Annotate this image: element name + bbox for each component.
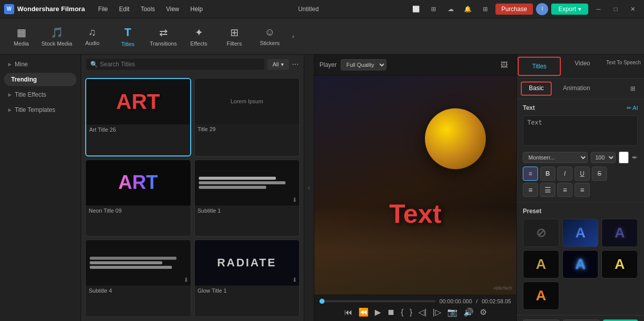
ai-edit-icon[interactable]: ✏ AI — [627, 105, 638, 111]
text-input[interactable]: Text — [523, 115, 638, 146]
tool-effects[interactable]: ✦ Effects — [182, 20, 216, 53]
snapshot-icon[interactable]: 🖼 — [497, 58, 511, 72]
menu-file[interactable]: File — [93, 4, 113, 15]
maximize-icon[interactable]: □ — [609, 2, 623, 16]
align-right-button[interactable]: ≡ — [557, 183, 573, 197]
prev-edit-button[interactable]: ◁| — [417, 306, 427, 318]
preset-gold[interactable]: A — [523, 250, 559, 278]
title-card-title29[interactable]: Lorem Ipsum Title 29 — [194, 78, 300, 156]
subtitle4-thumb: ⬇ — [86, 240, 191, 286]
align-buttons: ≡ ☰ ≡ ≡ — [523, 183, 638, 197]
title-card-subtitle4[interactable]: ⬇ Subtitle 4 — [85, 239, 191, 317]
tab-text-to-speech[interactable]: Text To Speech — [603, 55, 644, 78]
preview-canvas: Text AbleTech — [314, 75, 516, 295]
tool-stickers[interactable]: ☺ Stickers — [253, 20, 287, 53]
more-options-button[interactable]: ··· — [292, 60, 299, 69]
color-swatch[interactable] — [619, 151, 629, 164]
frame-back-button[interactable]: ⏪ — [357, 306, 370, 318]
right-panel-expand-icon[interactable]: ⊞ — [626, 82, 640, 96]
sub-tab-basic[interactable]: Basic — [521, 82, 552, 96]
settings-button[interactable]: ⚙ — [479, 306, 488, 318]
purchase-button[interactable]: Purchase — [495, 4, 533, 15]
collapse-button[interactable]: ‹ — [304, 55, 314, 321]
camera-button[interactable]: 📷 — [446, 306, 458, 318]
align-justify-button[interactable]: ≡ — [575, 183, 590, 197]
title-card-art26[interactable]: ART Art Title 26 — [85, 78, 191, 156]
app-title: Untitled — [298, 6, 319, 13]
sidebar-item-mine[interactable]: ▶ Mine — [0, 57, 81, 72]
preset-dark[interactable]: A — [601, 219, 638, 247]
avatar[interactable]: I — [536, 3, 548, 15]
format-bold-button[interactable]: B — [540, 167, 555, 181]
layers-icon[interactable]: ⊞ — [426, 2, 441, 16]
tool-stock-label: Stock Media — [42, 41, 73, 47]
mark-in-button[interactable]: { — [400, 307, 405, 318]
search-box[interactable]: 🔍 — [86, 59, 264, 70]
art26-name: Art Title 26 — [86, 125, 190, 135]
menu-edit[interactable]: Edit — [114, 4, 135, 15]
format-underline-button[interactable]: U — [575, 167, 590, 181]
sidebar-item-trending[interactable]: Trending — [4, 73, 77, 86]
logo-icon: W — [4, 4, 14, 14]
stop-button[interactable]: ⏹ — [386, 307, 396, 318]
total-time: 00:02:58.05 — [482, 298, 511, 304]
preset-blue[interactable]: A — [562, 219, 599, 247]
menu-view[interactable]: View — [161, 4, 184, 15]
grid-icon[interactable]: ⊞ — [478, 2, 492, 16]
tool-stock-media[interactable]: 🎵 Stock Media — [40, 20, 74, 53]
progress-bar[interactable] — [319, 300, 436, 302]
title-templates-label: Title Templates — [15, 106, 55, 113]
mark-out-button[interactable]: } — [409, 307, 413, 318]
audio-button[interactable]: 🔊 — [462, 306, 475, 318]
sub-tab-animation[interactable]: Animation — [555, 82, 598, 96]
app-logo: W Wondershare Filmora — [4, 4, 85, 14]
tool-media[interactable]: ▦ Media — [4, 20, 39, 53]
sidebar-item-title-templates[interactable]: ▶ Title Templates — [0, 102, 81, 117]
text-section: Text ✏ AI Text Montserr... Arial Times N… — [517, 99, 644, 203]
monitor-icon[interactable]: ⬜ — [409, 2, 423, 16]
preset-glow[interactable]: A — [562, 250, 599, 278]
format-buttons: ≡ B I U S — [523, 167, 638, 181]
tool-titles[interactable]: T Titles — [111, 20, 145, 53]
next-edit-button[interactable]: |▷ — [432, 306, 442, 318]
title-card-glowtitle1[interactable]: RADIATE ⬇ Glow Title 1 — [194, 239, 300, 317]
minimize-icon[interactable]: ─ — [591, 2, 605, 16]
toolbar-expand[interactable]: › — [288, 20, 298, 53]
filter-button[interactable]: All ▾ — [267, 59, 289, 70]
close-icon[interactable]: ✕ — [626, 2, 640, 16]
tool-media-label: Media — [14, 41, 29, 47]
font-select[interactable]: Montserr... Arial Times New Roman — [523, 152, 588, 163]
title-card-subtitle1[interactable]: ⬇ Subtitle 1 — [194, 159, 300, 237]
font-size-select[interactable]: 100 50 72 — [591, 152, 616, 163]
tool-audio[interactable]: ♫ Audio — [75, 20, 110, 53]
tool-filters[interactable]: ⊞ Filters — [217, 20, 252, 53]
quality-select[interactable]: Full Quality 1/2 Quality 1/4 Quality — [341, 59, 386, 70]
preset-yellow[interactable]: A — [601, 250, 638, 278]
search-input[interactable] — [100, 61, 260, 68]
glowtitle1-thumb: RADIATE ⬇ — [195, 240, 300, 286]
format-stats-button[interactable]: ≡ — [523, 167, 538, 181]
preset-none[interactable]: ⊘ — [523, 219, 559, 247]
format-strikethrough-button[interactable]: S — [592, 167, 607, 181]
play-button[interactable]: ▶ — [374, 306, 382, 318]
preset-fire[interactable]: A — [523, 282, 559, 310]
tab-titles[interactable]: Titles — [518, 57, 561, 76]
skip-back-button[interactable]: ⏮ — [343, 307, 353, 318]
bell-icon[interactable]: 🔔 — [461, 2, 475, 16]
title-card-neon09[interactable]: ART Neon Title 09 — [85, 159, 191, 237]
format-italic-button[interactable]: I — [557, 167, 573, 181]
stickers-icon: ☺ — [265, 26, 275, 38]
export-button[interactable]: Export ▾ — [551, 4, 588, 15]
cloud-icon[interactable]: ☁ — [444, 2, 458, 16]
menu-help[interactable]: Help — [185, 4, 208, 15]
eyedropper-button[interactable]: ✒ — [632, 153, 638, 162]
preview-area: Player Full Quality 1/2 Quality 1/4 Qual… — [314, 55, 516, 321]
left-panel: ▶ Mine Trending ▶ Title Effects ▶ Title … — [0, 55, 81, 321]
align-center-button[interactable]: ☰ — [540, 183, 555, 197]
titles-header: 🔍 All ▾ ··· — [81, 55, 304, 74]
tab-video[interactable]: Video — [562, 55, 603, 78]
sidebar-item-title-effects[interactable]: ▶ Title Effects — [0, 87, 81, 102]
tool-transitions[interactable]: ⇄ Transitions — [146, 20, 181, 53]
align-left-button[interactable]: ≡ — [523, 183, 538, 197]
menu-tools[interactable]: Tools — [135, 4, 160, 15]
